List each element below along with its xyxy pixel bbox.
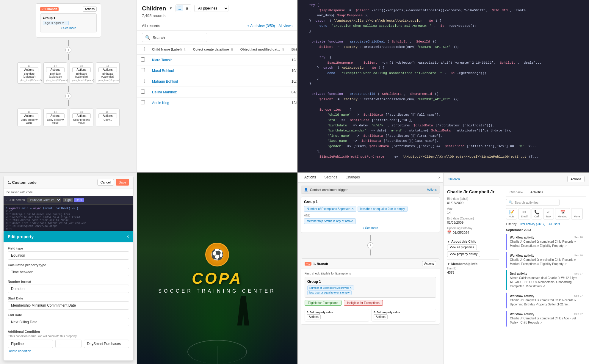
copy-actions-15[interactable]: Actions	[72, 113, 91, 118]
more-button[interactable]: ⋯ More	[571, 208, 583, 219]
row-checkbox-4[interactable]	[141, 100, 145, 104]
contact-breadcrumb[interactable]: Children	[448, 177, 460, 181]
calc-type-input[interactable]	[8, 268, 129, 276]
copy-num-15: 15	[72, 111, 91, 113]
row-checkbox-0[interactable]	[141, 57, 145, 62]
additional-condition-hint: If this condition is true, we will calcu…	[8, 335, 129, 338]
start-date-select[interactable]: Membership Minimum Commitment Date	[8, 301, 129, 310]
operator-select[interactable]: --	[55, 340, 81, 348]
branch-card-actions-btn[interactable]: Actions	[422, 261, 436, 266]
search-activities-input[interactable]: 🔍 Search activities	[506, 199, 560, 206]
th-modified[interactable]: Object last modified dat... ⇅	[237, 45, 288, 54]
see-more-link[interactable]: « See more	[43, 26, 94, 30]
contact-name-link-0[interactable]: Kiara Tamsir	[152, 58, 172, 62]
modal-header: Edit property ×	[4, 231, 133, 242]
end-date-select[interactable]: Next Billing Date	[8, 318, 129, 326]
crm-grid-view-btn[interactable]: ⊞	[184, 5, 190, 11]
overview-tab[interactable]: Overview	[506, 189, 527, 196]
crm-pipeline-select[interactable]: All pipelines	[194, 5, 228, 12]
cancel-button[interactable]: Cancel	[97, 179, 114, 186]
step-action-6: 6. Set property value Actions	[372, 309, 436, 321]
crm-all-records-link[interactable]: All records	[142, 23, 160, 28]
panel-close-button[interactable]: ×	[438, 175, 441, 180]
value-select[interactable]: DaySmart Purchases	[84, 340, 129, 348]
view-history-button[interactable]: View property history	[447, 251, 480, 257]
note-button[interactable]: 📝 Note	[506, 208, 517, 219]
row-checkbox-2[interactable]	[141, 79, 145, 83]
changes-tab[interactable]: Changes	[342, 173, 364, 182]
copy-step-13: 13 Actions Copy property value	[17, 109, 41, 126]
contact-name-link-1[interactable]: Maral Bohloul	[152, 69, 174, 73]
plus-button-2[interactable]: +	[65, 93, 71, 99]
crm-search-input[interactable]: 🔍 Search	[142, 33, 207, 42]
crm-dropdown-icon[interactable]: ▼	[169, 6, 173, 10]
calc-type-label: Calculated property type	[8, 263, 129, 267]
view-all-props-button[interactable]: View all properties	[447, 244, 477, 250]
row-checkbox-1[interactable]	[141, 68, 145, 72]
branch-icon: ⑂ 1 Branch	[40, 7, 59, 11]
branch-actions-button[interactable]: Actions	[83, 7, 97, 12]
activities-tab-main[interactable]: Activities	[527, 189, 547, 196]
contact-name-link-2[interactable]: Mahaun Bohloul	[152, 79, 178, 84]
activity-item-1: Workflow activity Sep 28 Charlie Jr Camp…	[506, 252, 586, 268]
crm-list-view-btn[interactable]: ☰	[176, 5, 183, 11]
delete-condition-link[interactable]: Delete condition	[8, 349, 129, 353]
copy-actions-16[interactable]: Actions	[98, 113, 117, 118]
fullscreen-icon[interactable]: ⛶ Full screen	[7, 198, 25, 202]
all-users-link[interactable]: All users	[549, 222, 560, 226]
contact-name-link-4[interactable]: Annie King	[152, 101, 169, 105]
contact-right: Overview Activities 🔍 Search activities …	[503, 186, 589, 364]
td-bday-1: 10/10/2020	[288, 65, 297, 76]
upcoming-bday-value: 01/05/2024	[453, 231, 469, 234]
filter-row: Filter by: Filter activity (31/17) · All…	[506, 222, 586, 226]
activity-desc-0: Charlie Jr Campbell Jr completed Child R…	[510, 240, 583, 248]
email-button[interactable]: ✉ Email	[518, 208, 530, 219]
trigger-actions-link[interactable]: Actions	[427, 188, 437, 191]
age-label: Age	[447, 207, 499, 210]
save-button[interactable]: Save	[116, 179, 129, 186]
step-5-actions-btn[interactable]: Actions	[307, 314, 321, 319]
birthdate-cal-label: Birthdate (Calendar)	[447, 217, 499, 220]
filter-activity-link[interactable]: Filter activity (31/17)	[518, 222, 545, 226]
row-checkbox-3[interactable]	[141, 90, 145, 94]
contact-actions-button[interactable]: Actions	[567, 176, 585, 182]
dark-theme-button[interactable]: Dark	[74, 198, 84, 202]
task-button[interactable]: ✓ Task	[543, 208, 554, 219]
code-line-24: 'birthdate_calendar' => date('n-m-d', st…	[301, 128, 585, 134]
modal-close-button[interactable]: ×	[126, 234, 129, 239]
plus-button-1[interactable]: +	[65, 47, 71, 53]
call-button[interactable]: 📞 Call	[532, 208, 542, 219]
see-more-link[interactable]: » See more	[304, 226, 437, 230]
step-actions-13[interactable]: Actions	[20, 67, 38, 72]
th-child-name[interactable]: Child Name (Label) ⇅	[148, 45, 189, 54]
pipeline-select[interactable]: Pipeline	[8, 340, 53, 348]
settings-tab[interactable]: Settings	[320, 173, 341, 182]
step-6-actions-btn[interactable]: Actions	[374, 314, 388, 319]
step-actions-15[interactable]: Actions	[72, 67, 91, 72]
trigger-plus-button[interactable]: +	[367, 242, 373, 248]
meeting-button[interactable]: 📅 Meeting	[555, 208, 570, 219]
email-icon: ✉	[522, 210, 526, 214]
code-line-10: try {	[301, 55, 585, 60]
section-toggle-membership[interactable]: ▼	[447, 262, 450, 266]
step-actions-16[interactable]: Actions	[98, 67, 117, 72]
crm-add-view-link[interactable]: + Add view (3/50)	[247, 24, 275, 28]
copy-num-14: 14	[46, 111, 65, 113]
trigger-connector	[370, 235, 371, 241]
language-select[interactable]: HubSpot Client v8	[27, 197, 61, 203]
th-create-date[interactable]: Object create date/time ⇅	[189, 45, 237, 54]
field-type-input[interactable]	[8, 251, 129, 260]
light-theme-button[interactable]: Light	[63, 198, 73, 202]
select-all-checkbox[interactable]	[141, 47, 145, 51]
code-line-23: 'birthdate' => date('n/d/y', strtotime($…	[301, 123, 585, 128]
step-actions-14[interactable]: Actions	[46, 67, 65, 72]
crm-all-views-link[interactable]: All views	[278, 24, 292, 28]
soccer-background: ⚽ COPA SOCCER TRAINING CENTER	[137, 173, 297, 364]
section-toggle-about[interactable]: ▼	[447, 240, 450, 243]
actions-tab[interactable]: Actions	[300, 173, 320, 182]
th-birthdate[interactable]: Birthdate (label) ⇅	[288, 45, 297, 54]
contact-name-link-3[interactable]: Delina Martinez	[152, 90, 177, 94]
copy-actions-14[interactable]: Actions	[46, 113, 65, 118]
copy-actions-13[interactable]: Actions	[20, 113, 38, 118]
number-format-input[interactable]	[8, 285, 129, 293]
